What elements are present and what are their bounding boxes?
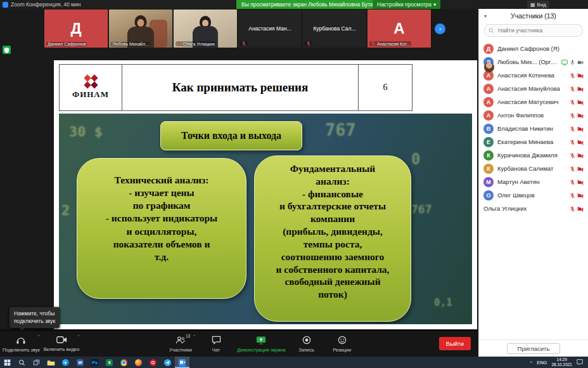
camera-status-icon	[577, 203, 584, 214]
record-button[interactable]: Запись	[292, 331, 321, 357]
record-icon	[302, 336, 311, 346]
participant-row[interactable]: ММартун Аветян	[483, 175, 584, 188]
camera-icon	[56, 336, 67, 345]
taskbar-clock[interactable]: 14:29 28.10.2021	[551, 357, 572, 367]
video-tile[interactable]: Ольга Углицких	[174, 10, 237, 48]
participant-row[interactable]: ВВладислав Никитин	[483, 122, 584, 135]
taskbar-search-icon[interactable]	[15, 357, 29, 368]
participant-name: Даниил Сафронов (Я)	[497, 45, 580, 52]
opera-icon[interactable]: O	[146, 357, 160, 368]
participant-row[interactable]: ААнтон Филиппов	[483, 108, 584, 122]
ticker-number: 30 $	[69, 124, 103, 140]
participants-count-badge: 13	[186, 334, 190, 338]
participant-name: Даниил Сафронов	[46, 42, 87, 46]
participant-row[interactable]: ККурачинова Джамиля	[483, 148, 584, 162]
task-view-icon[interactable]	[29, 357, 44, 368]
participant-name: Любовь Михайл...	[111, 42, 150, 46]
participant-search[interactable]	[484, 24, 583, 37]
participant-row[interactable]: ООлег Швецов	[483, 188, 584, 202]
start-button[interactable]	[0, 357, 15, 368]
video-tile[interactable]: ААнастасия Кот...	[368, 10, 431, 48]
start-video-button[interactable]: Включить видео ^	[44, 331, 80, 357]
participant-name: Мартун Аветян	[497, 178, 566, 185]
participant-row[interactable]: ААнастасия Матусевич	[483, 95, 584, 108]
mic-status-icon	[570, 190, 575, 201]
share-screen-button[interactable]: Демонстрация экрана	[237, 331, 286, 357]
mic-muted-icon	[240, 41, 248, 46]
participants-panel-footer: Пригласить	[479, 339, 588, 357]
leave-button[interactable]: Выйти	[439, 337, 471, 350]
word-icon[interactable]: W	[73, 357, 87, 368]
language-indicator[interactable]: ENG	[537, 360, 547, 365]
chevron-up-icon[interactable]: ^	[38, 334, 40, 338]
participants-button[interactable]: 13 Участники ^	[166, 331, 195, 357]
participant-row[interactable]: ЕЕкатерина Минаева	[483, 135, 584, 148]
mic-muted-icon	[305, 41, 312, 46]
window-title: Zoom Конференция, 40 мин	[11, 1, 80, 8]
participant-name: Любовь Мих... (Организатор)	[497, 58, 558, 65]
mic-status-icon	[570, 203, 575, 214]
participant-name: Анастасия Матусевич	[497, 98, 566, 105]
join-audio-button[interactable]: Подключить звук ^	[3, 331, 40, 357]
invite-button[interactable]: Пригласить	[507, 343, 561, 354]
participants-icon	[176, 336, 186, 346]
camera-status-icon	[577, 123, 584, 135]
chat-button[interactable]: Чат	[201, 331, 231, 357]
participant-status-icons	[570, 190, 584, 201]
participant-status-icons	[570, 123, 584, 135]
viewing-banner-text: Вы просматриваете экран Любовь Михайловн…	[241, 1, 382, 8]
zoom-taskbar-icon[interactable]	[175, 357, 189, 368]
participant-status-icons	[570, 110, 584, 121]
reactions-button[interactable]: Реакции	[328, 331, 357, 357]
chevron-down-icon[interactable]: ▾	[484, 13, 487, 19]
participants-label: Участники	[169, 347, 192, 353]
video-tile[interactable]: ДДаниил Сафронов	[44, 10, 108, 48]
ticker-number: 2	[61, 202, 70, 218]
chevron-up-icon[interactable]: ^	[193, 334, 195, 338]
participant-search-input[interactable]	[497, 27, 575, 34]
chrome-icon[interactable]	[117, 357, 131, 368]
participant-name: Олег Швецов	[497, 192, 566, 199]
camera-status-icon	[577, 83, 584, 95]
headset-icon	[16, 336, 26, 346]
edge-icon[interactable]: e	[58, 357, 73, 368]
chevron-up-icon[interactable]: ^	[78, 334, 80, 338]
taskbar-date: 28.10.2021	[551, 362, 572, 367]
participant-name: Курбанова Сал...	[303, 10, 366, 48]
file-explorer-icon[interactable]	[44, 357, 58, 368]
ticker-number: 0	[411, 150, 420, 168]
firefox-icon[interactable]	[131, 357, 146, 368]
photoshop-icon[interactable]: Ps	[87, 357, 102, 368]
participant-row[interactable]: ДДаниил Сафронов (Я)	[483, 42, 584, 55]
telegram-icon[interactable]	[160, 357, 175, 368]
participant-name: Екатерина Минаева	[497, 138, 566, 145]
camera-status-icon	[577, 136, 584, 148]
participant-row[interactable]: Ольга Углицких	[483, 202, 584, 215]
view-button[interactable]: ▦ Вид	[527, 1, 549, 8]
participant-name: Курбанова Салимат	[497, 165, 566, 172]
tray-chevron-up-icon[interactable]: ^	[530, 360, 532, 365]
participant-status-icons	[570, 83, 584, 95]
join-audio-label: Подключить звук	[3, 347, 40, 353]
participant-row[interactable]: ЛЛюбовь Мих... (Организатор)	[483, 55, 584, 69]
participant-row[interactable]: ААнастасия Мануйлова	[483, 82, 584, 95]
notification-center-icon[interactable]	[577, 358, 583, 366]
excel-icon[interactable]: X	[102, 357, 117, 368]
windows-taskbar: eWPsXO ^ ENG 14:29 28.10.2021	[0, 357, 588, 368]
join-audio-tooltip: Нажмите, чтобы подключить звук	[10, 307, 60, 328]
participant-row[interactable]: ААнастасия Котенева	[483, 69, 584, 82]
next-participants-button[interactable]: ›	[435, 23, 445, 34]
start-video-label: Включить видео	[44, 346, 80, 352]
participant-status-icons	[570, 203, 584, 214]
avatar: Е	[483, 137, 494, 147]
participant-row[interactable]: ККурбанова Салимат	[483, 162, 584, 175]
video-tile[interactable]: Анастасия Ман...	[238, 10, 302, 48]
participant-name: Владислав Никитин	[497, 125, 566, 132]
video-tile[interactable]: Любовь Михайл...	[109, 10, 172, 48]
mic-status-icon	[570, 176, 575, 188]
video-tile[interactable]: Курбанова Сал...	[303, 10, 366, 48]
participant-name: Анастасия Котенева	[497, 72, 566, 79]
view-settings-button[interactable]: Настройки просмотра ▾	[373, 0, 440, 9]
taskbar-icons: eWPsXO	[0, 357, 189, 368]
participant-status-icons	[561, 56, 584, 68]
